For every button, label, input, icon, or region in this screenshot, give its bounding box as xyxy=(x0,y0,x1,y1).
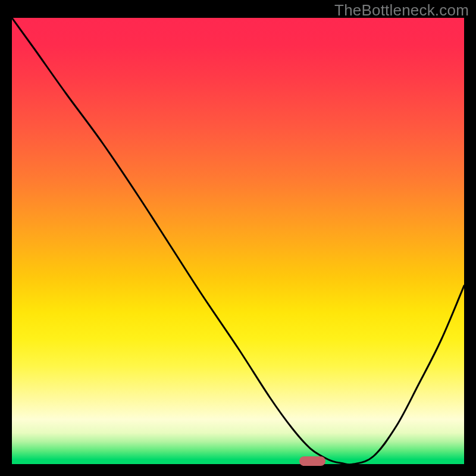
curve-path xyxy=(12,18,464,464)
chart-svg xyxy=(12,18,464,464)
chart-frame: TheBottleneck.com xyxy=(0,0,476,476)
optimal-marker xyxy=(299,456,325,466)
watermark-text: TheBottleneck.com xyxy=(334,1,469,20)
plot-area xyxy=(12,18,464,464)
